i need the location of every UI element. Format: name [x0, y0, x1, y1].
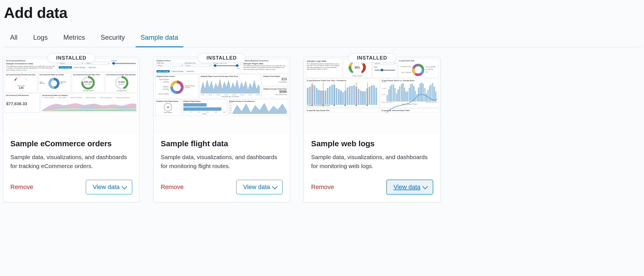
chevron-down-icon: ▾: [210, 64, 210, 66]
chevron-down-icon: [422, 184, 428, 189]
pv-carrier-title: [Flights] Airline Carrier: [157, 76, 197, 77]
pv-xtick: 19:00: [209, 94, 212, 96]
chevron-down-icon: ▾: [181, 64, 182, 66]
chevron-down-icon: ▾: [108, 62, 109, 64]
preview-weblogs: Sample Logs Data This dashboard contains…: [304, 57, 440, 133]
preview-ecommerce: [eCommerce] Markdown Sample eCommerce Da…: [3, 57, 139, 133]
pv-select-origin[interactable]: Select... ▾: [157, 64, 183, 67]
card-title: Sample eCommerce orders: [10, 139, 132, 148]
pv-apply-button[interactable]: Apply changes: [157, 70, 170, 72]
pv-clear-button[interactable]: Clear form: [185, 70, 195, 72]
donut-icon: 68: [164, 103, 172, 111]
pv-ytick: 10,000: [382, 88, 386, 89]
pv-tag-item: ios (18.7%): [425, 68, 437, 71]
pv-revenue-value: $77,638.33: [6, 101, 39, 106]
pv-xlabel: Count: [183, 113, 226, 115]
area-chart-icon: [233, 102, 287, 114]
pv-slider-max: 800: [237, 68, 240, 69]
card-description: Sample data, visualizations, and dashboa…: [10, 153, 132, 170]
pv-gauge-value: 801: [351, 62, 363, 73]
pv-xtick: 0: [183, 111, 184, 113]
pv-data-desc: This dashboard contains sample data for …: [6, 65, 55, 71]
bar-icon: [183, 103, 207, 107]
remove-button[interactable]: Remove: [10, 183, 33, 191]
tab-metrics[interactable]: Metrics: [62, 29, 86, 47]
pv-avgprice-title: [eCommerce] Average Sales Price: [73, 74, 103, 76]
tab-all[interactable]: All: [9, 29, 19, 47]
tab-logs[interactable]: Logs: [32, 29, 49, 47]
pv-xtick: 07:00: [240, 94, 244, 96]
tab-security[interactable]: Security: [100, 29, 126, 47]
pv-xtick: 200: [215, 111, 217, 113]
donut-icon: [48, 78, 60, 89]
view-data-button[interactable]: View data: [86, 180, 132, 194]
remove-button[interactable]: Remove: [311, 183, 334, 191]
pv-totflights-value: 313: [263, 77, 287, 81]
pv-data-desc: This dashboard contains sample data for …: [243, 65, 287, 70]
card-description: Sample data, visualizations, and dashboa…: [161, 153, 283, 170]
cards-row: INSTALLED [eCommerce] Markdown Sample eC…: [3, 47, 641, 202]
pv-tag-item: win xp (19.8%): [425, 66, 437, 68]
pv-cancel-button[interactable]: Cancel changes: [72, 66, 87, 69]
pv-legend-item: Men's Clothing: [45, 97, 54, 98]
chevron-down-icon: [122, 184, 127, 189]
pv-avgqty-title: [eCommerce] Average Sold Quantity: [106, 74, 136, 76]
pv-xtick: 250: [223, 111, 225, 113]
installed-badge: INSTALLED: [348, 53, 396, 63]
pv-apply-button[interactable]: Apply changes: [59, 66, 72, 69]
pv-clear-button[interactable]: Clear form: [87, 66, 97, 69]
pv-gauge-value: 139: [6, 86, 36, 89]
card-weblogs: INSTALLED Sample Logs Data This dashboar…: [304, 57, 441, 202]
pv-select-dest[interactable]: Select... ▾: [184, 64, 211, 67]
pv-ytick: 16,000: [382, 81, 386, 83]
bar-icon: [183, 107, 221, 111]
pv-category-title: [eCommerce] Sales by Category: [42, 95, 136, 96]
pv-totdelay-cap: Total Delays: [157, 112, 180, 113]
pv-tag-item: osx: [425, 71, 437, 73]
installed-badge: INSTALLED: [48, 53, 95, 63]
pv-xlabel: timestamp per 30 minutes: [201, 96, 260, 97]
pv-legend-item: Women's Shoes: [86, 97, 96, 98]
remove-button[interactable]: Remove: [161, 183, 184, 191]
pv-tag-item: win 8 (19.72%): [399, 65, 411, 68]
view-data-label: View data: [93, 183, 120, 191]
pv-legend-item: Women's Accessories: [116, 97, 130, 98]
card-ecommerce: INSTALLED [eCommerce] Markdown Sample eC…: [3, 57, 140, 202]
pv-data-desc: This dashboard contains sample data for …: [307, 63, 341, 70]
pv-legend-item: Men's Accessories: [100, 97, 112, 98]
pv-markdown-title: [Flights] Markdown Instructions: [243, 60, 287, 62]
pv-ytick: 5,000: [382, 94, 386, 95]
pv-carrier-item: Kibana Airlines (27.9%): [185, 85, 197, 88]
pv-data-title: Sample Logs Data: [307, 60, 341, 62]
pv-legend-item: Men's Shoes: [58, 97, 66, 98]
pv-select-placeholder: Select...: [186, 65, 192, 66]
pv-quantity-slider[interactable]: [112, 63, 136, 64]
pv-data-title: Sample eCommerce Data: [6, 62, 55, 65]
pv-carrier-item: JetBeats (24.28%): [157, 86, 169, 91]
donut-icon: 2.163 per order: [115, 76, 128, 89]
pv-ytick: 20%: [229, 112, 232, 114]
tab-sample-data[interactable]: Sample data: [139, 29, 179, 47]
pv-resp-title: [Logs] Response Codes Over Time + Annota…: [307, 80, 378, 81]
donut-icon: [170, 81, 184, 94]
pv-bytes-slider[interactable]: [375, 70, 395, 71]
pv-data-title: Sample Flight data: [243, 62, 287, 65]
pv-avgticket-value: $596: [263, 90, 287, 94]
pv-xtick: 50: [190, 111, 192, 113]
pv-price-slider[interactable]: [213, 65, 239, 66]
pv-xtick: 100: [198, 111, 200, 113]
pv-avgprice-sub: per order: [85, 83, 91, 85]
pv-tags-title: [Logs] Article Tags: [399, 60, 437, 62]
pv-avgprice-cap: average spend: [73, 90, 103, 91]
pv-slider-min: 0: [213, 68, 214, 69]
view-data-button[interactable]: View data: [236, 180, 283, 194]
pv-gauge-cap: Unique Visitors: [344, 75, 370, 77]
pv-ytick: 40%: [229, 102, 232, 104]
pv-cancel-button[interactable]: Cancel changes: [170, 70, 184, 72]
card-title: Sample web logs: [311, 139, 433, 148]
pv-legend-item: Women's Clothing: [70, 97, 82, 98]
pv-carrier-item: ES-Air (24.8%): [157, 93, 169, 95]
tabs-bar: All Logs Metrics Security Sample data: [3, 29, 641, 47]
bar-chart-icon: [387, 81, 437, 102]
view-data-button[interactable]: View data: [387, 180, 433, 194]
